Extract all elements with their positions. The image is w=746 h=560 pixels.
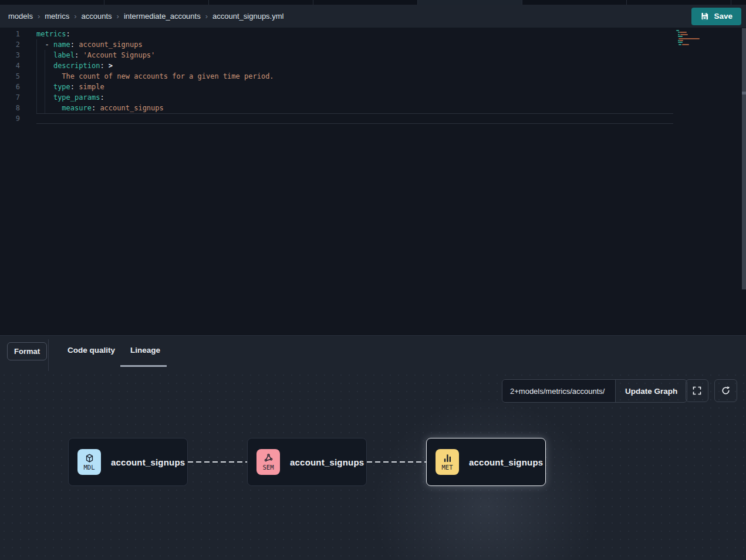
- editor-tab-stub[interactable]: [313, 0, 418, 5]
- code-token: label: [53, 51, 75, 59]
- code-editor[interactable]: 1metrics:2 - name: account_signups3 labe…: [0, 28, 746, 335]
- lineage-node-sem[interactable]: SEMaccount_signups: [247, 438, 367, 486]
- code-text: label: 'Account Signups': [20, 50, 155, 60]
- editor-tab-stub[interactable]: [522, 0, 627, 5]
- indent-guide: [45, 50, 45, 113]
- minimap-line: [676, 44, 711, 45]
- line-number: 8: [0, 103, 20, 113]
- code-text: - name: account_signups: [20, 39, 143, 50]
- minimap-token: [678, 34, 680, 35]
- code-token: 'Account Signups': [79, 51, 155, 59]
- minimap-line: [676, 46, 711, 47]
- fullscreen-icon: [693, 386, 701, 395]
- code-token: simple: [75, 83, 104, 91]
- code-token: metrics: [36, 30, 66, 38]
- tab-code-quality[interactable]: Code quality: [67, 346, 115, 355]
- code-token: type: [53, 83, 70, 91]
- lineage-edge: [188, 461, 247, 463]
- line-number: 6: [0, 82, 20, 92]
- minimap-token: [678, 32, 680, 33]
- minimap-line: [676, 36, 711, 37]
- code-token: [36, 104, 62, 112]
- minimap-token: [678, 42, 683, 43]
- breadcrumb-item[interactable]: account_signups.yml: [212, 12, 283, 21]
- breadcrumb-separator-icon: ›: [74, 12, 76, 21]
- lineage-filter-group: Update Graph: [502, 379, 687, 403]
- format-button[interactable]: Format: [7, 342, 47, 360]
- breadcrumb-item[interactable]: models: [8, 12, 33, 21]
- line-number: 5: [0, 71, 20, 82]
- editor-scrollbar[interactable]: [742, 28, 746, 289]
- lineage-node-met[interactable]: METaccount_signups: [426, 438, 546, 486]
- line-number: 2: [0, 39, 20, 50]
- node-label: account_signups: [469, 457, 543, 467]
- editor-tab-stub[interactable]: [104, 0, 209, 5]
- minimap-line: [676, 40, 711, 41]
- code-token: type_params: [53, 93, 100, 102]
- code-line: 6 type: simple: [0, 82, 746, 92]
- breadcrumb-separator-icon: ›: [205, 12, 208, 21]
- tab-strip-filler: [731, 0, 746, 5]
- breadcrumb-item[interactable]: intermediate_accounts: [124, 12, 201, 21]
- save-icon: [700, 12, 709, 21]
- code-token: account_signups: [96, 104, 164, 112]
- tab-lineage[interactable]: Lineage: [130, 346, 160, 355]
- code-token: [36, 72, 62, 80]
- editor-tab-stub[interactable]: [418, 0, 522, 5]
- bottom-panel: Format Code qualityLineage Update Graph: [0, 335, 746, 560]
- editor-tab-stub[interactable]: [0, 0, 104, 5]
- minimap-line: [676, 42, 711, 43]
- node-badge-sem: SEM: [256, 449, 280, 475]
- editor-tab-stub[interactable]: [209, 0, 313, 5]
- save-button[interactable]: Save: [691, 8, 741, 25]
- active-tab-underline: [120, 365, 167, 367]
- panel-divider: [48, 339, 49, 371]
- line-number: 3: [0, 50, 20, 60]
- code-token: measure: [62, 104, 92, 112]
- code-lines: 1metrics:2 - name: account_signups3 labe…: [0, 29, 746, 124]
- lineage-graph[interactable]: Update Graph MDLaccount_signupsSEMacco: [0, 371, 746, 560]
- node-label: account_signups: [111, 457, 185, 467]
- line-number: 9: [0, 113, 20, 124]
- current-line-highlight: [36, 113, 673, 124]
- minimap-token: [680, 40, 683, 41]
- node-badge-label: MET: [442, 464, 453, 471]
- code-line: 1metrics:: [0, 29, 746, 39]
- lineage-filter-input[interactable]: [502, 380, 615, 402]
- line-number: 7: [0, 92, 20, 103]
- code-text: The count of new accounts for a given ti…: [20, 71, 274, 82]
- breadcrumb-item[interactable]: metrics: [45, 12, 69, 21]
- refresh-icon: [721, 386, 731, 396]
- minimap[interactable]: [676, 30, 711, 48]
- editor-tab-strip: [0, 0, 746, 5]
- line-number: 1: [0, 29, 20, 39]
- minimap-line: [676, 32, 711, 33]
- minimap-token: [680, 32, 687, 33]
- code-text: measure: account_signups: [20, 103, 164, 113]
- refresh-button[interactable]: [714, 379, 737, 402]
- code-token: description: [53, 62, 100, 70]
- code-text: type: simple: [20, 82, 104, 92]
- minimap-token: [678, 40, 680, 41]
- node-badge-mdl: MDL: [77, 449, 101, 475]
- code-line: 8 measure: account_signups: [0, 103, 746, 113]
- minimap-line: [676, 34, 711, 35]
- indent-guide: [36, 39, 37, 113]
- ide-root: models›metrics›accounts›intermediate_acc…: [0, 0, 746, 560]
- scrollbar-handle[interactable]: [742, 92, 746, 95]
- breadcrumb-item[interactable]: accounts: [82, 12, 112, 21]
- code-token: :: [100, 93, 104, 102]
- code-text: metrics:: [20, 29, 70, 39]
- update-graph-button[interactable]: Update Graph: [615, 380, 687, 402]
- code-line: 4 description: >: [0, 60, 746, 71]
- line-number: 4: [0, 60, 20, 71]
- minimap-line: [676, 38, 711, 39]
- editor-tab-stub[interactable]: [627, 0, 731, 5]
- minimap-token: [679, 44, 681, 45]
- minimap-token: [682, 44, 689, 45]
- code-token: name: [53, 41, 70, 49]
- code-token: :: [70, 41, 75, 49]
- code-text: type_params:: [20, 92, 104, 103]
- lineage-node-mdl[interactable]: MDLaccount_signups: [68, 438, 188, 486]
- fullscreen-button[interactable]: [686, 379, 708, 402]
